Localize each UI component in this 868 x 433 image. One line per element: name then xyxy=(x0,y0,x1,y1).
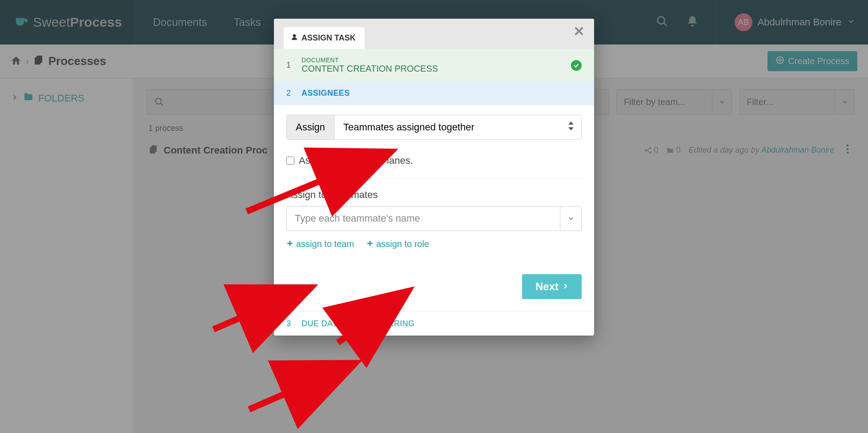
checkbox-input[interactable] xyxy=(286,157,294,165)
plus-icon xyxy=(286,239,293,249)
step1-text: DOCUMENT CONTENT CREATION PROCESS xyxy=(301,57,438,74)
assign-teammates-label: Assign to teammates xyxy=(286,178,582,206)
step2-label: ASSIGNEES xyxy=(301,89,350,98)
next-button[interactable]: Next xyxy=(522,274,582,299)
step3-number: 3 xyxy=(286,319,293,328)
assign-label: Assign xyxy=(287,115,334,139)
teammate-placeholder: Type each teammate's name xyxy=(287,213,560,224)
step-assignees-body: Assign Teammates assigned together Assig… xyxy=(274,105,594,312)
step2-number: 2 xyxy=(286,89,293,98)
sort-icon xyxy=(568,121,574,133)
step-document[interactable]: 1 DOCUMENT CONTENT CREATION PROCESS xyxy=(274,49,594,81)
next-row: Next xyxy=(286,249,582,299)
close-icon[interactable] xyxy=(573,25,585,39)
person-icon xyxy=(291,33,298,43)
step-assignees-header[interactable]: 2 ASSIGNEES xyxy=(274,81,594,105)
assign-mode-select[interactable]: Assign Teammates assigned together xyxy=(286,115,582,140)
svg-marker-21 xyxy=(568,127,574,130)
teammate-input[interactable]: Type each teammate's name xyxy=(286,206,582,231)
assign-to-role-link[interactable]: assign to role xyxy=(366,239,429,249)
tab-assign-task[interactable]: ASSIGN TASK xyxy=(284,27,365,49)
assign-task-modal: ASSIGN TASK 1 DOCUMENT CONTENT CREATION … xyxy=(274,19,594,336)
plus-icon xyxy=(366,239,374,249)
step-due-date[interactable]: 3 DUE DATE AND RECURRING xyxy=(274,312,594,336)
assign-to-team-link[interactable]: assign to team xyxy=(286,239,354,249)
chevron-right-icon xyxy=(562,280,568,293)
assign-mode-value[interactable]: Teammates assigned together xyxy=(334,115,581,139)
svg-marker-20 xyxy=(568,121,574,125)
step1-number: 1 xyxy=(286,61,293,70)
check-circle-icon xyxy=(571,60,582,71)
assign-steps-lanes-checkbox[interactable]: Assign to steps and lanes. xyxy=(286,140,582,178)
svg-point-17 xyxy=(293,34,296,37)
step3-label: DUE DATE AND RECURRING xyxy=(301,319,415,328)
modal-tab-strip: ASSIGN TASK xyxy=(274,19,594,49)
chevron-down-icon[interactable] xyxy=(560,206,581,231)
assign-links: assign to team assign to role xyxy=(286,231,582,249)
